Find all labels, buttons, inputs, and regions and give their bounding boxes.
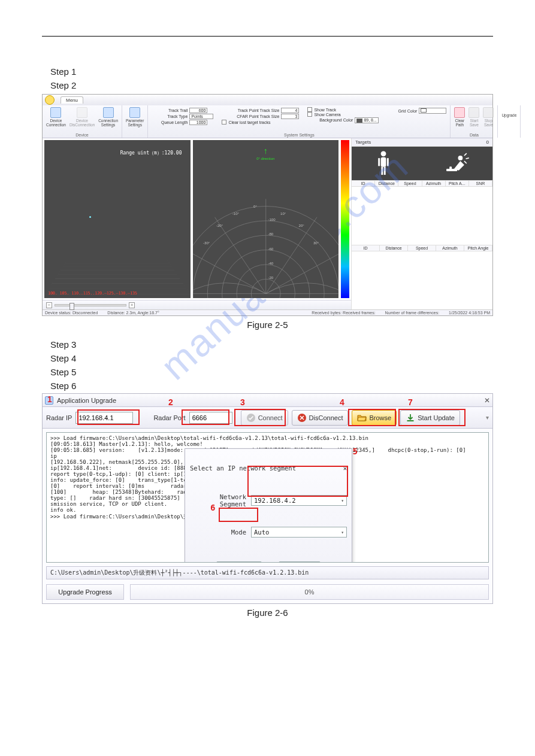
- svg-rect-26: [381, 157, 386, 167]
- ribbon: Device Connection Device DisConnection C…: [43, 105, 492, 138]
- connect-button[interactable]: Connect: [241, 410, 288, 426]
- zoom-slider[interactable]: [55, 304, 126, 306]
- svg-rect-28: [384, 167, 386, 175]
- start-update-button[interactable]: Start Update: [400, 410, 460, 426]
- col-distance-1[interactable]: Distance: [375, 181, 398, 186]
- spectrum-bar: [341, 140, 349, 298]
- red-ruler: 100. 105. 110..115..120.—125.—130.—135: [48, 291, 137, 296]
- svg-point-25: [381, 151, 386, 156]
- queue-length-input[interactable]: 1000: [189, 120, 207, 125]
- radar-port-input[interactable]: [189, 412, 232, 424]
- redbox-6: [219, 508, 258, 522]
- show-camera-label: Show Camera: [314, 113, 340, 117]
- network-segment-label: Network Segment: [190, 493, 246, 508]
- cancel-button[interactable]: Cancel: [279, 561, 321, 563]
- table2-header: ID Distance Speed Azimuth Pitch Angle: [352, 245, 492, 251]
- col-pitch-1[interactable]: Pitch A...: [446, 181, 469, 186]
- step-1: Step 1: [50, 66, 485, 77]
- svg-line-10: [265, 250, 338, 294]
- polar-view-pane[interactable]: ↑ 0° direction -20-40-60-80-100 0°-10°10…: [193, 140, 339, 298]
- svg-rect-27: [382, 167, 383, 175]
- svg-rect-29: [378, 158, 380, 166]
- start-save-button[interactable]: Start Save: [468, 107, 479, 127]
- track-point-size-label: Track Point Track Size: [222, 108, 279, 113]
- svg-text:10°: 10°: [280, 211, 286, 215]
- track-type-select[interactable]: Points: [189, 114, 213, 119]
- parameter-settings-button[interactable]: Parameter Settings: [126, 107, 144, 127]
- svg-rect-30: [387, 158, 389, 166]
- status-distance: Distance: 2.3m, Angle:18.7°: [107, 311, 159, 315]
- log-output[interactable]: >>> Load firmware:C:\Users\admin\Desktop…: [46, 432, 489, 563]
- track-point-size-input[interactable]: 4: [281, 108, 299, 113]
- device-connection-button[interactable]: Device Connection: [46, 107, 66, 127]
- field-block-1: Track Trail600 Track TypePoints Queue Le…: [152, 107, 213, 126]
- step-2: Step 2: [50, 80, 485, 90]
- browse-button[interactable]: Browse: [352, 410, 397, 426]
- col-speed-1[interactable]: Speed: [398, 181, 422, 186]
- stop-save-button[interactable]: Stop Save: [483, 107, 494, 127]
- col-pitch-2[interactable]: Pitch Angle: [464, 245, 492, 251]
- zoom-out-button[interactable]: −: [46, 302, 52, 308]
- marker-2: 2: [168, 397, 173, 407]
- status-device: Device status: Disconnected: [45, 311, 98, 315]
- svg-text:-20: -20: [268, 275, 273, 280]
- radar-ip-input[interactable]: [75, 412, 133, 424]
- figure-2-5-app: manualshive.com Menu Device Connection D…: [42, 94, 493, 316]
- step-6: Step 6: [50, 381, 485, 391]
- work-area: Range uint（m）:120.00 100. 105. 110..115.…: [43, 138, 351, 300]
- network-segment-select[interactable]: 192.168.4.2▾: [251, 495, 347, 506]
- data-group-label: Data: [451, 133, 497, 138]
- status-bar-25: Device status: Disconnected Distance: 2.…: [43, 309, 492, 315]
- col-snr-1[interactable]: SNR: [469, 181, 492, 186]
- popup-close-icon[interactable]: ✕: [343, 464, 347, 472]
- person-falling-icon: [439, 150, 470, 177]
- 3d-view-pane[interactable]: Range uint（m）:120.00 100. 105. 110..115.…: [44, 140, 191, 298]
- svg-rect-36: [407, 420, 414, 421]
- bg-color-select[interactable]: 89, 8...: [355, 117, 379, 123]
- figure-2-6-app: Applicatio1n Upgrade ✕ Radar IP Radar Po…: [42, 393, 493, 604]
- zoom-in-button[interactable]: +: [129, 302, 135, 308]
- status-received: Received bytes: Received frames:: [312, 311, 375, 315]
- app26-toolbar: Radar IP Radar Port Connect DisConnect B…: [43, 407, 492, 429]
- col-id-2[interactable]: ID: [352, 245, 380, 251]
- track-trail-input[interactable]: 600: [189, 108, 207, 113]
- col-azimuth-2[interactable]: Azimuth: [436, 245, 464, 251]
- close-icon[interactable]: ✕: [484, 396, 490, 405]
- disconnect-button[interactable]: DisConnect: [292, 410, 349, 426]
- show-track-label: Show Track: [314, 108, 336, 112]
- col-azimuth-1[interactable]: Azimuth: [422, 181, 446, 186]
- figure-2-6-caption: Figure 2-6: [42, 608, 493, 618]
- status-framediff: Number of frame differences:: [385, 311, 440, 315]
- firmware-path[interactable]: C:\Users\admin\Desktop\升级资料\┼²┤├┼┐----\t…: [46, 566, 489, 579]
- field-block-2: Track Point Track Size4 CFAR Point Track…: [222, 107, 299, 125]
- menu-tab[interactable]: Menu: [61, 96, 83, 104]
- device-disconnection-button[interactable]: Device DisConnection: [69, 107, 95, 127]
- grid-color-select[interactable]: [419, 108, 446, 114]
- step-3: Step 3: [50, 339, 485, 350]
- show-camera-checkbox[interactable]: [307, 112, 312, 117]
- targets-icons: [352, 147, 492, 180]
- track-trail-label: Track Trail: [152, 108, 188, 113]
- connection-settings-button[interactable]: Connection Settings: [98, 107, 118, 127]
- col-id-1[interactable]: ID: [352, 181, 375, 186]
- clear-path-button[interactable]: Clear Path: [454, 107, 465, 127]
- table1-header: ID Distance Speed Azimuth Pitch A... SNR: [352, 180, 492, 187]
- svg-text:30°: 30°: [313, 241, 319, 245]
- show-track-checkbox[interactable]: [307, 107, 312, 112]
- app25-logo-icon: [45, 95, 55, 105]
- clear-lost-checkbox[interactable]: [222, 120, 226, 125]
- status-time: 1/25/2022 4:18:53 PM: [449, 311, 490, 315]
- progress-value: 0%: [305, 588, 315, 596]
- col-speed-2[interactable]: Speed: [408, 245, 436, 251]
- cfar-point-size-input[interactable]: 3: [281, 114, 299, 119]
- col-distance-2[interactable]: Distance: [380, 245, 408, 251]
- mode-select[interactable]: Auto▾: [251, 527, 347, 538]
- confirm-button[interactable]: Confirm: [216, 561, 262, 563]
- bg-color-label: Background Color: [307, 118, 353, 122]
- marker-5: 5: [353, 447, 358, 456]
- upgrade-button[interactable]: Upgrade: [501, 107, 516, 117]
- svg-text:-20°: -20°: [216, 223, 223, 227]
- ip-segment-popup: Select an IP network segment✕ Network Se…: [185, 448, 352, 563]
- toolbar-dropdown-caret[interactable]: ▾: [486, 414, 489, 421]
- track-type-label: Track Type: [152, 114, 188, 119]
